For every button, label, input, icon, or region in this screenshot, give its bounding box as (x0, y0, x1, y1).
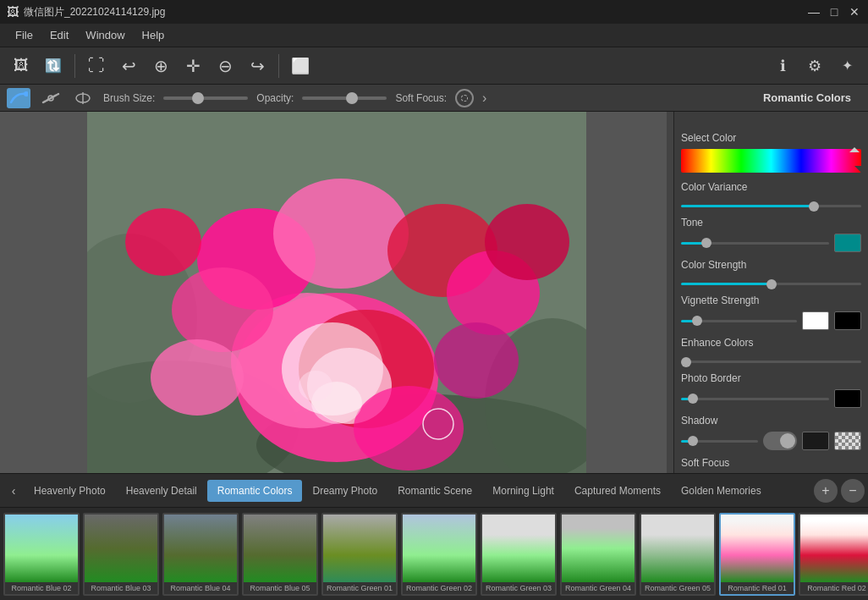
thumb-romantic-blue-03[interactable]: Romantic Blue 03 (83, 513, 159, 596)
svg-point-14 (273, 179, 409, 289)
photo-border-swatch[interactable] (834, 389, 861, 408)
app-icon: 🖼 (7, 5, 19, 19)
tab-scroll-left-button[interactable]: ‹ (3, 481, 24, 501)
brush-size-slider[interactable] (163, 96, 248, 100)
soft-focus-icon (455, 89, 474, 107)
svg-point-0 (24, 91, 28, 96)
close-button[interactable]: ✕ (848, 5, 861, 19)
crop-button[interactable]: ⛶ (82, 52, 111, 80)
thumb-img-romantic-green-01 (323, 515, 396, 582)
opacity-slider[interactable] (302, 96, 387, 100)
color-variance-slider[interactable] (681, 205, 861, 207)
color-strength-slider[interactable] (681, 283, 861, 285)
svg-point-24 (125, 208, 201, 276)
color-select-marker (849, 147, 860, 152)
settings-button[interactable]: ⚙ (800, 52, 829, 80)
export-button[interactable]: ⬜ (286, 52, 315, 80)
tab-romantic-colors[interactable]: Romantic Colors (207, 480, 303, 502)
brush-type-3-button[interactable] (71, 88, 95, 108)
canvas-area[interactable] (0, 112, 673, 473)
toolbar-separator-2 (278, 54, 279, 78)
menu-edit[interactable]: Edit (41, 25, 77, 45)
tab-captured-moments[interactable]: Captured Moments (564, 480, 671, 502)
menu-file[interactable]: File (7, 25, 41, 45)
titlebar: 🖼 微信图片_20221024114129.jpg — □ ✕ (0, 0, 868, 24)
thumb-label-romantic-green-03: Romantic Green 03 (482, 582, 555, 594)
thumb-romantic-blue-05[interactable]: Romantic Blue 05 (242, 513, 318, 596)
tone-label: Tone (681, 217, 861, 228)
enhance-colors-slider[interactable] (681, 361, 861, 363)
move-button[interactable]: ✛ (179, 52, 207, 80)
menubar: File Edit Window Help (0, 24, 868, 47)
vignette-swatch-black[interactable] (834, 311, 861, 330)
window-title-area: 🖼 微信图片_20221024114129.jpg (7, 5, 165, 19)
vignette-swatch-white[interactable] (802, 311, 829, 330)
svg-point-23 (485, 204, 569, 280)
thumb-romantic-green-03[interactable]: Romantic Green 03 (481, 513, 557, 596)
tab-golden-memories[interactable]: Golden Memories (671, 480, 772, 502)
tab-dreamy-photo[interactable]: Dreamy Photo (302, 480, 387, 502)
retouch-button[interactable]: 🔃 (39, 52, 68, 80)
thumb-romantic-green-05[interactable]: Romantic Green 05 (640, 513, 716, 596)
thumb-romantic-blue-02[interactable]: Romantic Blue 02 (3, 513, 80, 596)
thumb-romantic-red-01[interactable]: Romantic Red 01 (719, 513, 795, 596)
tab-morning-light[interactable]: Morning Light (482, 480, 564, 502)
thumb-img-romantic-green-03 (482, 515, 555, 582)
more-options-button[interactable]: › (482, 91, 486, 106)
brush-type-1-button[interactable] (7, 88, 30, 108)
canvas-scrollbar[interactable] (667, 112, 673, 473)
rotate-button[interactable]: ↩ (114, 52, 143, 80)
svg-point-16 (172, 267, 273, 352)
color-select-bar[interactable] (681, 149, 861, 173)
zoom-in-button[interactable]: ⊕ (146, 52, 175, 80)
shadow-swatch-dark[interactable] (802, 432, 829, 450)
select-color-section: Select Color (681, 132, 861, 173)
tab-heavenly-photo[interactable]: Heavenly Photo (24, 480, 116, 502)
menu-help[interactable]: Help (134, 25, 173, 45)
tone-slider[interactable] (681, 242, 829, 245)
photo-button[interactable]: 🖼 (7, 52, 36, 80)
tab-heavenly-detail[interactable]: Heavenly Detail (116, 480, 207, 502)
undo-button[interactable]: ↪ (243, 52, 272, 80)
svg-point-21 (434, 322, 519, 399)
thumb-img-romantic-green-04 (562, 515, 635, 582)
thumb-img-romantic-blue-02 (5, 515, 78, 582)
shadow-slider[interactable] (681, 440, 758, 443)
thumb-romantic-blue-04[interactable]: Romantic Blue 04 (162, 513, 239, 596)
maximize-button[interactable]: □ (827, 5, 841, 19)
photo-border-row (681, 389, 861, 408)
vignette-strength-slider[interactable] (681, 320, 797, 322)
thumb-label-romantic-green-05: Romantic Green 05 (641, 582, 714, 594)
thumb-img-romantic-green-02 (403, 515, 475, 582)
photo-border-slider[interactable] (681, 398, 829, 400)
thumb-romantic-green-02[interactable]: Romantic Green 02 (401, 513, 477, 596)
svg-point-26 (299, 371, 332, 401)
thumb-romantic-green-04[interactable]: Romantic Green 04 (560, 513, 636, 596)
tone-swatch[interactable] (834, 234, 861, 252)
tab-romantic-scene[interactable]: Romantic Scene (387, 480, 482, 502)
thumb-romantic-red-02[interactable]: Romantic Red 02 (799, 513, 868, 596)
thumb-label-romantic-red-02: Romantic Red 02 (800, 582, 868, 594)
minimize-button[interactable]: — (807, 5, 821, 19)
tab-add-button[interactable]: + (814, 479, 838, 503)
shadow-toggle[interactable] (763, 432, 797, 450)
brush-size-label: Brush Size: (103, 92, 155, 104)
thumbnail-strip: Romantic Blue 02 Romantic Blue 03 Romant… (0, 507, 868, 600)
thumb-img-romantic-blue-03 (85, 515, 157, 582)
thumb-label-romantic-green-02: Romantic Green 02 (403, 582, 475, 594)
effects-button[interactable]: ✦ (832, 52, 861, 80)
thumb-label-romantic-blue-03: Romantic Blue 03 (85, 582, 157, 594)
menu-window[interactable]: Window (77, 25, 133, 45)
thumb-img-romantic-green-05 (641, 515, 714, 582)
color-select-container[interactable] (681, 149, 861, 173)
shadow-swatch-pattern[interactable] (834, 432, 861, 450)
thumb-label-romantic-blue-04: Romantic Blue 04 (164, 582, 237, 594)
tab-remove-button[interactable]: − (841, 479, 865, 503)
tone-row (681, 234, 861, 252)
thumb-romantic-green-01[interactable]: Romantic Green 01 (321, 513, 398, 596)
brush-type-2-button[interactable] (39, 88, 63, 108)
select-color-label: Select Color (681, 132, 861, 144)
zoom-out-button[interactable]: ⊖ (211, 52, 239, 80)
color-strength-label: Color Strength (681, 259, 861, 271)
info-button[interactable]: ℹ (768, 52, 797, 80)
